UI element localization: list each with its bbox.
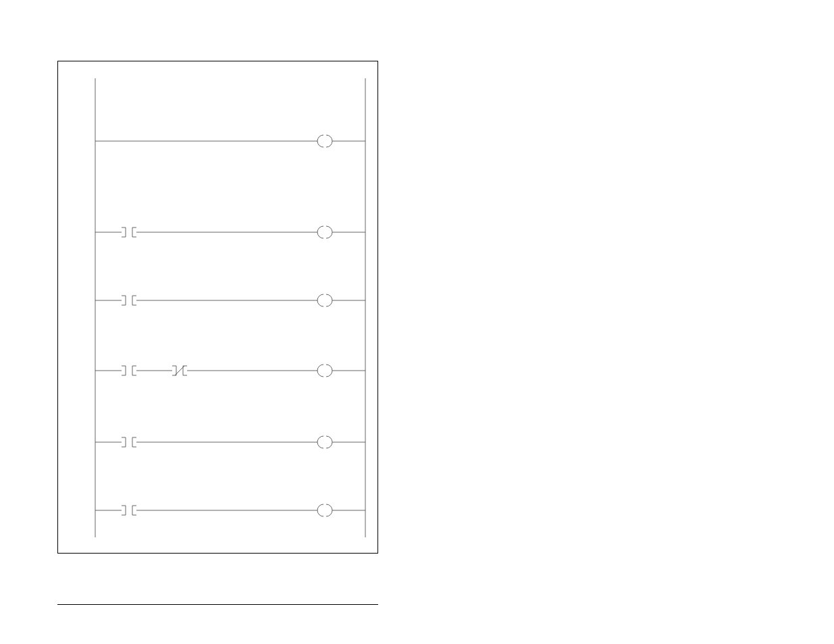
separator-rule bbox=[57, 604, 378, 605]
diagram-frame bbox=[57, 61, 378, 554]
ladder-diagram bbox=[58, 61, 379, 554]
